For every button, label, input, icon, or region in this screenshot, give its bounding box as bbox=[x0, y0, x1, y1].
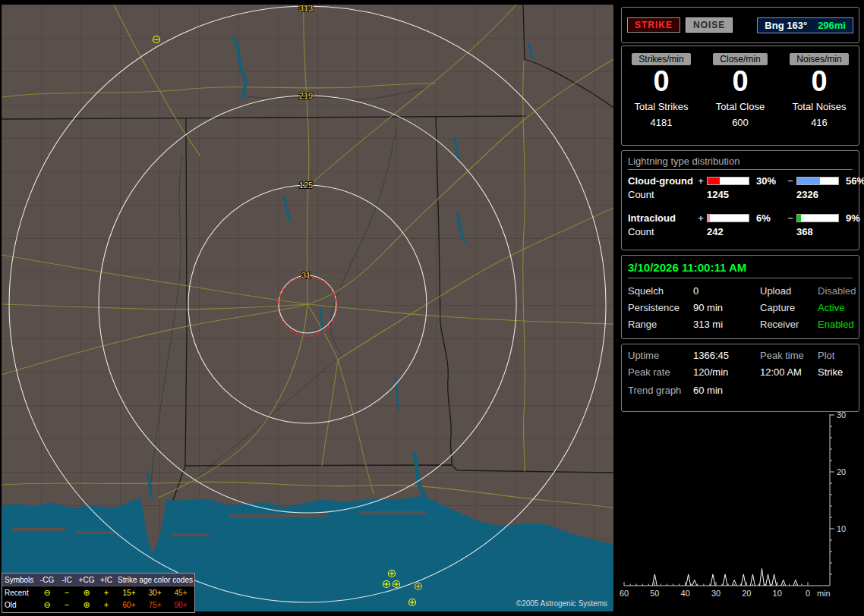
legend-header: Symbols -CG -IC +CG +IC Strike age color… bbox=[2, 574, 194, 586]
trend-graph-row: Trend graph 60 min bbox=[628, 385, 853, 396]
svg-text:40: 40 bbox=[681, 589, 690, 598]
peak-time-label: Peak time bbox=[760, 350, 818, 361]
ic-positive-bar bbox=[707, 214, 749, 222]
map-legend: Symbols -CG -IC +CG +IC Strike age color… bbox=[2, 573, 195, 613]
status-panel: 3/10/2026 11:00:11 AM Squelch 0 Upload D… bbox=[621, 255, 859, 339]
peak-rate-value: 120/min bbox=[693, 366, 760, 378]
upload-status: Disabled bbox=[818, 285, 856, 297]
minus-sign: − bbox=[786, 212, 795, 224]
cg-positive-pct: 30% bbox=[752, 175, 784, 187]
ring-label-31: 31 bbox=[301, 271, 311, 280]
legend-col-neg-cg: -CG bbox=[37, 576, 57, 584]
legend-age-header: Strike age color codes bbox=[116, 576, 194, 584]
rates-panel: Strikes/min 0 Total Strikes 4181 Close/m… bbox=[621, 46, 859, 146]
total-strikes-value: 4181 bbox=[622, 117, 701, 128]
intracloud-row: Intracloud + 6% − 9% bbox=[628, 212, 853, 224]
strikes-per-min-button[interactable]: Strikes/min bbox=[632, 53, 690, 65]
cg-negative-count: 2326 bbox=[796, 189, 840, 200]
total-strikes-label: Total Strikes bbox=[622, 101, 701, 112]
cg-positive-bar-fill bbox=[708, 178, 720, 184]
total-close-value: 600 bbox=[701, 117, 780, 128]
cloud-ground-count-row: Count 1245 2326 bbox=[628, 189, 853, 200]
close-per-min-button[interactable]: Close/min bbox=[713, 53, 767, 65]
lightning-map[interactable]: 313 219 125 31 bbox=[2, 5, 613, 611]
neg-ic-icon: − bbox=[57, 601, 77, 609]
legend-row-recent: Recent ⊖ − ⊕ + 15+ 30+ 45+ bbox=[2, 586, 194, 599]
intracloud-label: Intracloud bbox=[628, 212, 695, 224]
ic-negative-count: 368 bbox=[796, 226, 840, 237]
capture-status: Active bbox=[818, 302, 856, 313]
range-label: Range bbox=[628, 319, 693, 330]
legend-row-old: Old ⊖ − ⊕ + 60+ 75+ 90+ bbox=[2, 599, 194, 611]
total-noises-value: 416 bbox=[780, 117, 859, 128]
age-75: 75+ bbox=[142, 601, 168, 609]
persistence-value: 90 min bbox=[693, 302, 760, 313]
distribution-panel: Lightning type distribution Cloud-ground… bbox=[621, 150, 859, 250]
receiver-status: Enabled bbox=[818, 319, 856, 330]
age-90: 90+ bbox=[168, 601, 194, 609]
strikes-rate-column: Strikes/min 0 Total Strikes 4181 bbox=[622, 46, 701, 145]
svg-text:30: 30 bbox=[711, 589, 721, 598]
count-label: Count bbox=[628, 189, 695, 200]
svg-text:min: min bbox=[817, 589, 831, 598]
cg-negative-bar-fill bbox=[797, 178, 820, 184]
copyright-text: ©2005 Astrogenic Systems bbox=[516, 599, 607, 608]
persistence-label: Persistence bbox=[628, 302, 693, 313]
peak-rate-label: Peak rate bbox=[628, 366, 693, 378]
squelch-label: Squelch bbox=[628, 285, 693, 297]
cg-negative-bar bbox=[796, 177, 839, 185]
peak-time-value: 12:00 AM bbox=[760, 366, 818, 378]
svg-text:60: 60 bbox=[620, 589, 629, 598]
app-window: 313 219 125 31 Symbols -CG -IC +CG +IC S… bbox=[0, 0, 864, 616]
svg-text:0: 0 bbox=[806, 589, 810, 598]
legend-col-pos-ic: +IC bbox=[96, 576, 116, 584]
intracloud-count-row: Count 242 368 bbox=[628, 226, 853, 237]
total-noises-label: Total Noises bbox=[780, 101, 859, 112]
neg-cg-icon: ⊖ bbox=[37, 601, 57, 609]
svg-text:10: 10 bbox=[773, 589, 782, 598]
bearing-label: Bng 163° bbox=[765, 20, 807, 31]
ring-label-125: 125 bbox=[299, 181, 313, 190]
pos-ic-icon: + bbox=[96, 589, 116, 597]
close-per-min-value: 0 bbox=[701, 67, 780, 97]
svg-text:10: 10 bbox=[837, 524, 846, 533]
close-rate-column: Close/min 0 Total Close 600 bbox=[701, 46, 780, 145]
indicator-panel: STRIKE NOISE Bng 163° 296mi bbox=[621, 7, 859, 43]
datetime-display: 3/10/2026 11:00:11 AM bbox=[628, 259, 853, 278]
strike-indicator-button[interactable]: STRIKE bbox=[627, 17, 680, 33]
noises-per-min-button[interactable]: Noises/min bbox=[790, 53, 848, 65]
ic-positive-count: 242 bbox=[707, 226, 751, 237]
plot-label: Plot bbox=[818, 350, 853, 361]
uptime-value: 1366:45 bbox=[693, 350, 760, 361]
age-45: 45+ bbox=[168, 589, 194, 597]
status-grid: Squelch 0 Upload Disabled Persistence 90… bbox=[628, 285, 853, 330]
ic-negative-pct: 9% bbox=[842, 212, 860, 224]
noises-per-min-value: 0 bbox=[780, 67, 859, 97]
plus-sign: + bbox=[696, 175, 705, 187]
strikes-per-min-value: 0 bbox=[622, 67, 701, 97]
cg-negative-pct: 56% bbox=[842, 175, 864, 187]
ic-positive-bar-fill bbox=[708, 215, 710, 222]
neg-ic-icon: − bbox=[57, 589, 77, 597]
svg-text:20: 20 bbox=[837, 467, 846, 476]
ic-negative-bar bbox=[796, 214, 839, 222]
total-close-label: Total Close bbox=[701, 101, 780, 112]
cg-positive-bar bbox=[707, 177, 749, 185]
legend-recent-label: Recent bbox=[2, 589, 37, 597]
trend-graph-label: Trend graph bbox=[628, 385, 693, 396]
count-label: Count bbox=[628, 226, 695, 237]
pos-cg-icon: ⊕ bbox=[77, 589, 96, 597]
plus-sign: + bbox=[696, 212, 705, 224]
map-view[interactable]: 313 219 125 31 Symbols -CG -IC +CG +IC S… bbox=[2, 5, 613, 611]
noise-indicator-button[interactable]: NOISE bbox=[686, 17, 733, 33]
bearing-range-value: 296mi bbox=[818, 20, 846, 31]
cg-positive-count: 1245 bbox=[707, 189, 751, 200]
uptime-label: Uptime bbox=[628, 350, 693, 361]
ic-negative-bar-fill bbox=[797, 215, 801, 222]
age-30: 30+ bbox=[142, 589, 168, 597]
svg-text:30: 30 bbox=[837, 410, 846, 420]
legend-old-label: Old bbox=[2, 601, 37, 609]
legend-col-neg-ic: -IC bbox=[57, 576, 77, 584]
cloud-ground-row: Cloud-ground + 30% − 56% bbox=[628, 175, 853, 187]
range-value: 313 mi bbox=[693, 319, 760, 330]
